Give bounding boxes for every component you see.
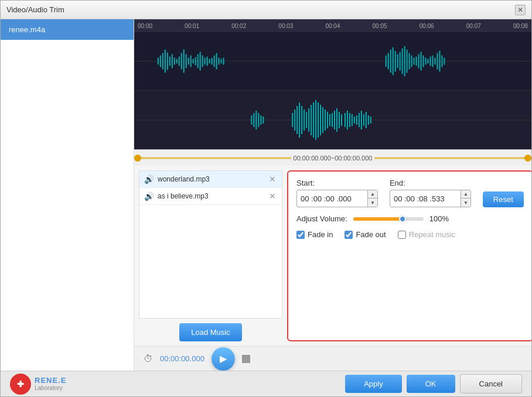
svg-rect-13 (183, 50, 185, 73)
end-input-wrapper[interactable]: ▲ ▼ (390, 190, 471, 207)
load-music-button[interactable]: Load Music (179, 323, 241, 341)
svg-rect-64 (262, 117, 264, 124)
volume-label: Adjust Volume: (296, 214, 347, 223)
volume-row: Adjust Volume: 100% (296, 214, 524, 223)
repeat-music-label[interactable]: Repeat music (409, 230, 455, 239)
clock-icon: ⏱ (144, 354, 153, 364)
end-spin-down[interactable]: ▼ (461, 198, 470, 207)
svg-rect-28 (219, 58, 220, 65)
fade-out-checkbox[interactable] (345, 231, 353, 239)
svg-rect-52 (434, 58, 435, 65)
svg-rect-68 (299, 102, 300, 138)
svg-rect-95 (363, 114, 364, 126)
volume-slider[interactable] (353, 217, 424, 221)
music-icon-2: 🔊 (144, 191, 154, 201)
stop-button[interactable] (242, 355, 250, 363)
svg-rect-61 (255, 111, 257, 129)
settings-panel: Start: ▲ ▼ End: (287, 170, 531, 341)
fade-in-checkbox[interactable] (296, 231, 305, 239)
svg-rect-22 (204, 58, 206, 65)
start-spin-up[interactable]: ▲ (368, 190, 377, 198)
svg-rect-56 (444, 58, 445, 65)
svg-rect-88 (347, 111, 348, 129)
repeat-music-checkbox[interactable] (398, 231, 406, 239)
waveform-track-1[interactable] (134, 32, 531, 91)
main-window: Video/Audio Trim ✕ renee.m4a 00:00 00:01… (0, 0, 532, 397)
svg-rect-82 (332, 113, 333, 127)
svg-rect-51 (432, 56, 434, 67)
svg-rect-81 (329, 114, 330, 126)
svg-rect-42 (411, 56, 412, 67)
position-handle-left[interactable] (134, 155, 141, 162)
volume-fill (353, 217, 403, 221)
close-button[interactable]: ✕ (515, 5, 526, 15)
svg-rect-62 (258, 113, 259, 127)
reset-button[interactable]: Reset (483, 191, 524, 207)
position-handle-right[interactable] (524, 155, 531, 162)
sidebar: renee.m4a (1, 19, 134, 371)
svg-rect-39 (404, 46, 405, 76)
svg-rect-98 (370, 117, 371, 124)
svg-rect-24 (209, 59, 210, 64)
renee-logo: ✚ RENE.E Laboratory (10, 374, 66, 395)
end-spin-up[interactable]: ▲ (461, 190, 470, 198)
renee-logo-icon: ✚ (10, 374, 31, 395)
remove-button-2[interactable]: ✕ (268, 191, 277, 201)
list-item[interactable]: 🔊 as i believe.mp3 ✕ (139, 188, 282, 205)
player-time: 00:00:00.000 (160, 354, 204, 363)
svg-rect-59 (251, 115, 252, 125)
timeline: 00:00 00:01 00:02 00:03 00:04 00:05 00:0… (134, 19, 531, 32)
svg-rect-33 (390, 50, 391, 73)
svg-rect-73 (311, 105, 312, 135)
window-title: Video/Audio Trim (6, 5, 64, 14)
waveform-track-2[interactable] (134, 91, 531, 149)
start-input[interactable] (297, 192, 367, 206)
volume-thumb[interactable] (399, 215, 406, 223)
timeline-label-0: 00:00 (138, 23, 152, 29)
ok-button[interactable]: OK (407, 375, 455, 393)
svg-rect-23 (207, 57, 208, 66)
timeline-label-7: 00:07 (466, 23, 481, 29)
renee-logo-text: RENE.E Laboratory (35, 376, 66, 392)
renee-sub: Laboratory (35, 385, 66, 392)
timeline-label-4: 00:04 (325, 23, 340, 29)
svg-rect-55 (441, 56, 442, 67)
svg-rect-14 (186, 54, 187, 69)
svg-rect-91 (354, 117, 355, 124)
play-button[interactable]: ▶ (212, 347, 235, 371)
end-input[interactable] (390, 192, 461, 206)
svg-rect-46 (421, 52, 422, 71)
svg-rect-45 (418, 54, 420, 69)
music-name-1: wonderland.mp3 (158, 175, 264, 183)
remove-button-1[interactable]: ✕ (268, 174, 277, 184)
footer-bar: ✚ RENE.E Laboratory Apply OK Cancel (1, 371, 531, 396)
fade-in-label[interactable]: Fade in (308, 230, 333, 239)
end-label: End: (390, 179, 471, 187)
timeline-label-3: 00:03 (278, 23, 293, 29)
time-row: Start: ▲ ▼ End: (296, 179, 524, 207)
position-bar[interactable]: 00:00:00.000~00:00:00.000 (134, 149, 531, 166)
svg-rect-93 (359, 113, 360, 127)
list-item[interactable]: 🔊 wonderland.mp3 ✕ (139, 171, 282, 188)
volume-value: 100% (429, 214, 449, 223)
start-spin-down[interactable]: ▼ (368, 198, 377, 207)
fade-out-label[interactable]: Fade out (356, 230, 386, 239)
logo-cross: ✚ (17, 379, 24, 389)
svg-rect-31 (386, 56, 387, 67)
svg-rect-80 (327, 112, 328, 128)
svg-rect-38 (402, 49, 403, 74)
start-input-wrapper[interactable]: ▲ ▼ (296, 190, 378, 207)
svg-rect-27 (216, 53, 217, 70)
svg-rect-21 (202, 56, 203, 67)
svg-rect-94 (361, 111, 362, 129)
svg-rect-90 (352, 114, 353, 126)
apply-button[interactable]: Apply (345, 375, 402, 393)
fade-out-group: Fade out (345, 230, 386, 239)
fade-in-group: Fade in (296, 230, 333, 239)
svg-rect-8 (172, 54, 173, 69)
cancel-button[interactable]: Cancel (460, 374, 522, 393)
svg-rect-36 (397, 54, 398, 69)
sidebar-item-file[interactable]: renee.m4a (1, 19, 134, 40)
svg-rect-67 (296, 106, 298, 134)
svg-rect-40 (407, 50, 408, 73)
